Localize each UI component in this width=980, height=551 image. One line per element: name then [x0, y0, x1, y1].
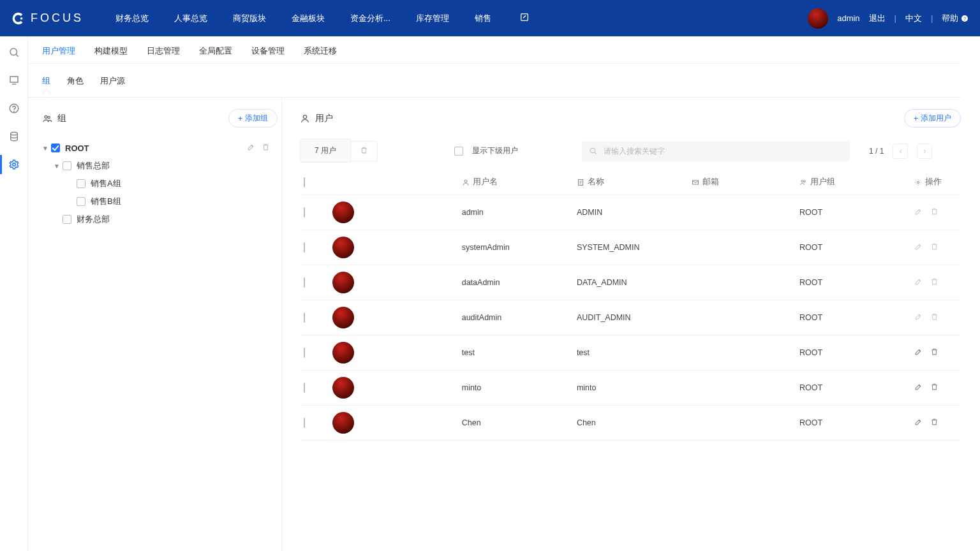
- cell-username: admin: [458, 195, 573, 230]
- row-edit-icon[interactable]: [914, 418, 923, 428]
- table-row: dataAdminDATA_ADMINROOT: [300, 265, 961, 300]
- row-avatar: [332, 237, 354, 258]
- row-delete-icon[interactable]: [930, 277, 939, 288]
- cell-group: ROOT: [796, 300, 910, 335]
- subnav-build-model[interactable]: 构建模型: [94, 45, 128, 57]
- logout-link[interactable]: 退出: [869, 13, 886, 24]
- topnav-item-2[interactable]: 商贸版块: [233, 13, 266, 24]
- tab-group[interactable]: 组: [42, 75, 50, 87]
- tree-label: 销售B组: [91, 196, 278, 207]
- help-link[interactable]: 帮助 ?: [942, 13, 969, 24]
- subnav-global-config[interactable]: 全局配置: [199, 45, 232, 57]
- topnav-item-5[interactable]: 库存管理: [416, 13, 449, 24]
- subnav-user-mgmt[interactable]: 用户管理: [42, 45, 75, 57]
- row-delete-icon[interactable]: [930, 383, 939, 393]
- svg-point-10: [45, 115, 47, 118]
- row-avatar: [332, 307, 354, 328]
- lang-switch[interactable]: 中文: [905, 13, 922, 24]
- cell-group: ROOT: [796, 195, 910, 230]
- tree-node[interactable]: ▼ROOT: [42, 139, 278, 157]
- subnav-device-mgmt[interactable]: 设备管理: [251, 45, 285, 57]
- tree-node[interactable]: 销售B组: [42, 193, 278, 210]
- topnav-item-0[interactable]: 财务总览: [115, 13, 149, 24]
- tree-label: 销售A组: [91, 178, 278, 189]
- row-checkbox[interactable]: [304, 277, 305, 288]
- subnav-system-migrate[interactable]: 系统迁移: [304, 45, 337, 57]
- admin-subnav: 用户管理 构建模型 日志管理 全局配置 设备管理 系统迁移: [28, 36, 961, 64]
- tree-checkbox[interactable]: [77, 179, 85, 188]
- row-checkbox[interactable]: [304, 242, 305, 253]
- svg-point-11: [48, 116, 50, 118]
- subnav-log-mgmt[interactable]: 日志管理: [147, 45, 180, 57]
- topnav-edit-icon[interactable]: [519, 12, 530, 24]
- row-edit-icon[interactable]: [914, 277, 923, 288]
- brand-mark-icon: [11, 11, 26, 26]
- row-avatar: [332, 342, 354, 364]
- page-next-button[interactable]: ›: [917, 143, 932, 159]
- svg-point-14: [464, 180, 467, 182]
- row-delete-icon[interactable]: [930, 418, 939, 428]
- bulk-delete-button[interactable]: [351, 141, 378, 161]
- row-edit-icon[interactable]: [914, 242, 923, 253]
- app-header: FOCUS 财务总览 人事总览 商贸版块 金融板块 资金分析... 库存管理 销…: [0, 0, 980, 36]
- cell-username: auditAdmin: [458, 300, 573, 335]
- cell-group: ROOT: [796, 370, 910, 405]
- rail-dashboard-icon[interactable]: [8, 75, 20, 86]
- cell-username: dataAdmin: [458, 265, 573, 300]
- tree-checkbox[interactable]: [51, 143, 60, 152]
- tree-checkbox[interactable]: [63, 161, 71, 170]
- cell-username: Chen: [458, 405, 573, 440]
- rail-search-icon[interactable]: [8, 47, 20, 58]
- row-delete-icon[interactable]: [930, 207, 939, 217]
- tree-node[interactable]: ▼销售总部: [42, 157, 278, 175]
- topnav-item-1[interactable]: 人事总览: [174, 13, 207, 24]
- svg-point-19: [917, 181, 919, 183]
- gear-icon: [914, 179, 922, 186]
- row-checkbox[interactable]: [304, 312, 305, 323]
- topnav-item-3[interactable]: 金融板块: [292, 13, 325, 24]
- cell-name: SYSTEM_ADMIN: [573, 230, 688, 265]
- user-search-input[interactable]: [582, 141, 850, 161]
- rail-settings-icon[interactable]: [8, 159, 20, 170]
- current-user[interactable]: admin: [837, 13, 859, 23]
- row-checkbox[interactable]: [304, 207, 305, 217]
- row-edit-icon[interactable]: [914, 348, 923, 358]
- cell-username: systemAdmin: [458, 230, 573, 265]
- page-indicator: 1 / 1: [869, 147, 884, 156]
- caret-icon[interactable]: ▼: [54, 163, 60, 170]
- tree-checkbox[interactable]: [77, 197, 85, 206]
- top-nav: 财务总览 人事总览 商贸版块 金融板块 资金分析... 库存管理 销售: [115, 13, 491, 24]
- tree-edit-icon[interactable]: [247, 143, 255, 153]
- row-checkbox[interactable]: [304, 383, 305, 393]
- cell-name: DATA_ADMIN: [573, 265, 688, 300]
- rail-help-icon[interactable]: [8, 103, 20, 114]
- row-delete-icon[interactable]: [930, 348, 939, 358]
- tab-usersource[interactable]: 用户源: [100, 75, 125, 87]
- show-sub-checkbox[interactable]: 显示下级用户: [454, 145, 518, 156]
- row-edit-icon[interactable]: [914, 207, 923, 217]
- topnav-item-6[interactable]: 销售: [475, 13, 491, 24]
- add-group-button[interactable]: +添加组: [228, 109, 278, 128]
- rail-data-icon[interactable]: [8, 131, 20, 142]
- topnav-item-4[interactable]: 资金分析...: [350, 13, 390, 24]
- row-checkbox[interactable]: [304, 348, 305, 358]
- row-delete-icon[interactable]: [930, 242, 939, 253]
- tree-node[interactable]: 销售A组: [42, 175, 278, 193]
- user-avatar[interactable]: [808, 8, 828, 29]
- row-edit-icon[interactable]: [914, 383, 923, 393]
- tree-delete-icon[interactable]: [262, 143, 270, 153]
- row-delete-icon[interactable]: [930, 312, 939, 323]
- tab-role[interactable]: 角色: [67, 75, 84, 87]
- page-prev-button[interactable]: ‹: [893, 143, 908, 159]
- tree-node[interactable]: 财务总部: [42, 210, 278, 228]
- row-avatar: [332, 272, 354, 293]
- add-user-button[interactable]: +添加用户: [904, 109, 961, 128]
- row-edit-icon[interactable]: [914, 312, 923, 323]
- select-all-checkbox[interactable]: [304, 177, 305, 187]
- row-checkbox[interactable]: [304, 418, 305, 428]
- mail-icon: [692, 179, 699, 186]
- left-rail: [0, 36, 28, 551]
- caret-icon[interactable]: ▼: [42, 145, 48, 152]
- row-avatar: [332, 377, 354, 399]
- tree-checkbox[interactable]: [63, 215, 71, 224]
